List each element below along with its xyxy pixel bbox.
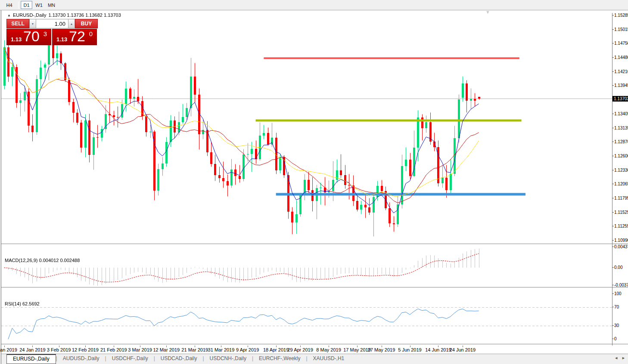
price-axis-label: 1.14210	[614, 69, 628, 74]
tab-xauusd-h1[interactable]: XAUUSD-,H1	[308, 354, 350, 363]
sell-price-prefix: 1.13	[11, 36, 22, 43]
volume-increase-button[interactable]: ▲	[68, 19, 75, 28]
timeframe-button-mn[interactable]: MN	[46, 1, 57, 9]
pane-separator[interactable]	[1, 344, 628, 345]
price-axis-label: 1.12330	[614, 168, 628, 173]
price-axis-label: 1.11255	[614, 224, 628, 229]
rsi-axis-label: 70	[614, 305, 619, 310]
ohlc-values: 1.13730 1.13736 1.13682 1.13703	[49, 12, 121, 18]
price-axis-label: 1.11525	[614, 210, 628, 215]
timeframe-button-d1[interactable]: D1	[21, 1, 32, 9]
tab-eurusd-daily[interactable]: EURUSD-,Daily	[6, 354, 56, 364]
date-axis-label: 12 Mar 2019	[153, 347, 180, 352]
date-axis-label: 3 Mar 2019	[128, 347, 152, 352]
date-axis-label: 8 May 2019	[316, 347, 341, 352]
one-click-trade-panel: SELL ▼ ▲ BUY 1.13 70 3 1.13 72 0	[6, 19, 98, 45]
rsi-axis-label: 100	[614, 291, 622, 296]
price-axis-label: 1.10990	[614, 238, 628, 243]
timeframe-toolbar: H4D1W1MN	[0, 0, 628, 10]
macd-axis-label: 0.00	[614, 265, 622, 270]
pane-separator[interactable]	[1, 287, 628, 288]
date-axis-label: 24 Jun 2019	[450, 347, 476, 352]
price-axis-border	[612, 13, 612, 345]
tab-scroll-left-icon[interactable]: ◄	[614, 356, 618, 360]
price-axis-label: 1.12065	[614, 182, 628, 187]
date-axis-label: 12 Feb 2019	[72, 347, 99, 352]
rsi-indicator-pane[interactable]	[1, 289, 612, 344]
price-axis-label: 1.12870	[614, 139, 628, 145]
tab-audusd-daily[interactable]: AUDUSD-,Daily	[57, 354, 105, 363]
macd-pane-label: MACD(12,26,9) 0.004012 0.002488	[5, 258, 80, 263]
date-axis-label: 17 May 2019	[343, 347, 371, 352]
symbol-timeframe-label: EURUSD-,Daily	[13, 12, 47, 18]
price-axis-label: 1.13135	[614, 126, 628, 131]
buy-quote-button[interactable]: 1.13 72 0	[52, 29, 97, 45]
chart-window: ▲ EURUSD-,Daily 1.13730 1.13736 1.13682 …	[1, 10, 628, 364]
date-axis-label: 24 Jan 2019	[19, 347, 46, 352]
macd-indicator-pane[interactable]	[1, 246, 612, 287]
rsi-axis-label: 30	[614, 323, 619, 328]
date-axis-label: 3 Feb 2019	[47, 347, 71, 352]
chart-title: ▲ EURUSD-,Daily 1.13730 1.13736 1.13682 …	[7, 12, 121, 18]
price-chart-pane[interactable]	[1, 13, 612, 244]
date-axis-label: 21 Mar 2019	[181, 347, 208, 352]
tab-scroll-right-icon[interactable]: ►	[622, 356, 625, 360]
date-axis-label: 18 Apr 2019	[263, 347, 289, 352]
rsi-pane-label: RSI(14) 62.5692	[5, 301, 40, 306]
toolbar-separator	[18, 2, 19, 9]
tab-usdchf-daily[interactable]: USDCHF-,Daily	[106, 354, 154, 363]
date-axis-label: 27 May 2019	[368, 347, 395, 352]
macd-axis-label: -0.003715	[614, 283, 628, 288]
date-axis-label: 21 Feb 2019	[100, 347, 127, 352]
volume-input[interactable]	[36, 19, 68, 28]
tab-usdcnh-daily[interactable]: USDCNH-,Daily	[204, 354, 252, 363]
sell-button[interactable]: SELL	[6, 19, 29, 28]
date-axis-label: 5 Jun 2019	[398, 347, 421, 352]
timeframe-button-w1[interactable]: W1	[33, 1, 45, 9]
price-axis-label: 1.13945	[614, 83, 628, 88]
date-axis: 15 Jan 201924 Jan 20193 Feb 201912 Feb 2…	[1, 345, 612, 354]
sell-price-point: 3	[44, 30, 47, 37]
date-axis-label: 31 Mar 2019	[208, 347, 235, 352]
buy-price-pips: 72	[69, 28, 85, 45]
scroll-to-end-icon[interactable]: ▼	[485, 9, 490, 15]
price-axis-label: 1.12600	[614, 154, 628, 159]
rsi-axis-label: 0	[614, 336, 617, 342]
buy-price-point: 0	[89, 30, 93, 37]
buy-button[interactable]: BUY	[75, 19, 98, 28]
date-axis-label: 14 Jun 2019	[425, 347, 451, 352]
volume-decrease-button[interactable]: ▼	[29, 19, 36, 28]
price-axis-label: 1.13405	[614, 111, 628, 117]
macd-axis-label: 0.004375	[614, 244, 628, 250]
timeframe-button-h4[interactable]: H4	[3, 1, 15, 9]
price-axis-label: 1.11795	[614, 196, 628, 201]
price-axis-label: 1.14750	[614, 41, 628, 46]
current-price-tag: 1.13703	[612, 96, 628, 102]
price-axis-label: 1.15015	[614, 27, 628, 32]
trading-app-window: H4D1W1MN ▲ EURUSD-,Daily 1.13730 1.13736…	[0, 0, 628, 364]
date-axis-label: 9 Apr 2019	[236, 347, 259, 352]
sell-quote-button[interactable]: 1.13 70 3	[6, 29, 51, 45]
tab-usdcad-daily[interactable]: USDCAD-,Daily	[155, 354, 203, 363]
date-axis-label: 29 Apr 2019	[287, 347, 313, 352]
buy-price-prefix: 1.13	[56, 36, 67, 43]
one-click-panel-collapse-icon[interactable]: ▲	[7, 13, 11, 17]
tab-eurchf-weekly[interactable]: EURCHF-,Weekly	[253, 354, 306, 363]
pane-separator[interactable]	[1, 244, 628, 245]
price-axis-label: 1.14480	[614, 55, 628, 60]
sell-price-pips: 70	[23, 28, 40, 45]
price-axis-label: 1.15285	[614, 13, 628, 18]
chart-tab-bar: EURUSD-,Daily|AUDUSD-,Daily|USDCHF-,Dail…	[1, 354, 628, 364]
date-axis-label: 15 Jan 2019	[0, 347, 17, 352]
